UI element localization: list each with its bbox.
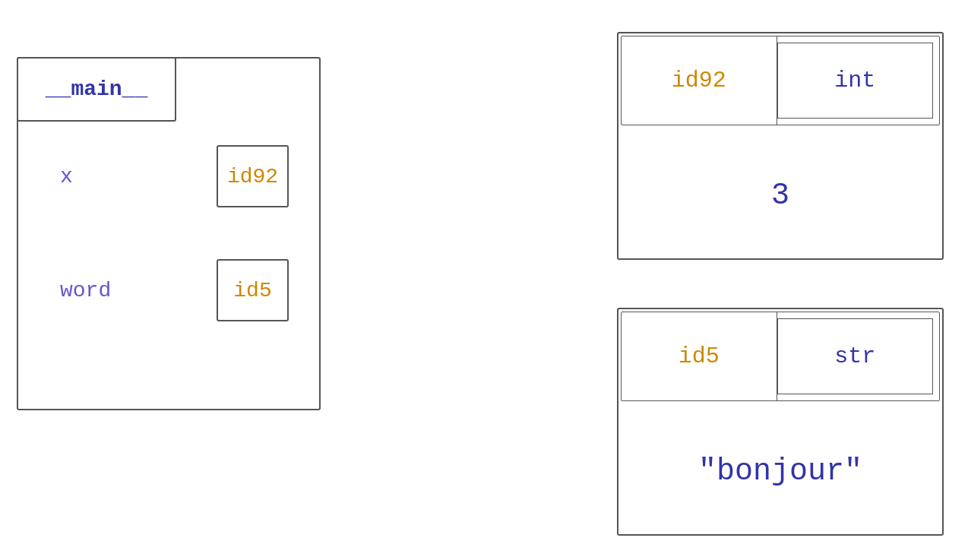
id-label-word: id5 bbox=[233, 279, 271, 302]
obj-int-value: 3 bbox=[771, 179, 789, 213]
obj-int-value-section: 3 bbox=[618, 133, 942, 258]
id-box-word: id5 bbox=[217, 259, 289, 321]
obj-str-value-section: "bonjour" bbox=[618, 409, 942, 534]
obj-str-frame: id5 str "bonjour" bbox=[617, 308, 944, 536]
obj-int-header: id92 int bbox=[621, 36, 940, 125]
main-frame: __main__ x id92 word id5 bbox=[17, 57, 321, 410]
obj-str-header: id5 str bbox=[621, 312, 940, 401]
obj-str-type-section: str bbox=[777, 318, 934, 394]
obj-int-type-section: int bbox=[777, 43, 934, 119]
obj-int-type: int bbox=[834, 68, 875, 93]
main-label-box: __main__ bbox=[17, 57, 176, 122]
obj-int-id: id92 bbox=[672, 68, 726, 93]
var-name-word: word bbox=[60, 279, 111, 302]
obj-int-frame: id92 int 3 bbox=[617, 32, 944, 260]
var-name-x: x bbox=[60, 165, 73, 188]
obj-str-type: str bbox=[834, 343, 875, 369]
diagram: __main__ x id92 word id5 id92 int bbox=[0, 0, 968, 560]
obj-int-id-section: id92 bbox=[622, 36, 777, 125]
obj-str-id-section: id5 bbox=[622, 312, 777, 400]
main-label: __main__ bbox=[46, 78, 147, 101]
id-label-x: id92 bbox=[227, 165, 278, 188]
id-box-x: id92 bbox=[217, 145, 289, 207]
obj-str-id: id5 bbox=[679, 343, 720, 369]
obj-str-value: "bonjour" bbox=[698, 454, 862, 489]
